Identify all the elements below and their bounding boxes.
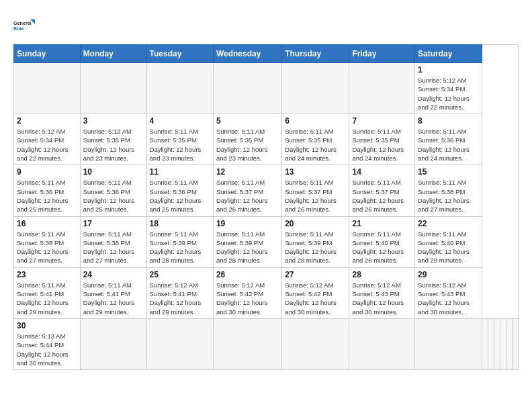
day-number: 23 bbox=[17, 270, 77, 279]
calendar-cell: 22Sunrise: 5:11 AM Sunset: 5:40 PM Dayli… bbox=[415, 216, 482, 267]
day-info: Sunrise: 5:11 AM Sunset: 5:35 PM Dayligh… bbox=[216, 127, 279, 163]
day-number: 21 bbox=[352, 219, 412, 228]
calendar-cell: 15Sunrise: 5:11 AM Sunset: 5:38 PM Dayli… bbox=[415, 165, 482, 216]
weekday-header-tuesday: Tuesday bbox=[146, 45, 213, 63]
calendar-cell bbox=[80, 318, 146, 369]
day-info: Sunrise: 5:11 AM Sunset: 5:39 PM Dayligh… bbox=[216, 230, 279, 265]
day-info: Sunrise: 5:12 AM Sunset: 5:35 PM Dayligh… bbox=[83, 127, 144, 163]
calendar-cell: 28Sunrise: 5:12 AM Sunset: 5:43 PM Dayli… bbox=[349, 267, 415, 318]
day-number: 16 bbox=[17, 219, 77, 228]
weekday-header-wednesday: Wednesday bbox=[213, 45, 281, 63]
day-number: 15 bbox=[418, 167, 479, 177]
svg-text:General: General bbox=[13, 20, 32, 26]
day-info: Sunrise: 5:11 AM Sunset: 5:40 PM Dayligh… bbox=[418, 230, 479, 265]
weekday-header-monday: Monday bbox=[80, 45, 146, 63]
day-number: 29 bbox=[418, 270, 479, 279]
calendar-cell: 30Sunrise: 5:13 AM Sunset: 5:44 PM Dayli… bbox=[14, 318, 81, 369]
day-info: Sunrise: 5:12 AM Sunset: 5:34 PM Dayligh… bbox=[418, 76, 479, 111]
day-info: Sunrise: 5:11 AM Sunset: 5:38 PM Dayligh… bbox=[17, 230, 77, 265]
calendar-cell-empty bbox=[500, 318, 506, 369]
day-number: 7 bbox=[352, 116, 412, 126]
weekday-header-row: SundayMondayTuesdayWednesdayThursdayFrid… bbox=[14, 45, 519, 63]
day-info: Sunrise: 5:11 AM Sunset: 5:37 PM Dayligh… bbox=[285, 178, 346, 214]
calendar-cell: 9Sunrise: 5:11 AM Sunset: 5:36 PM Daylig… bbox=[14, 165, 81, 216]
day-info: Sunrise: 5:12 AM Sunset: 5:42 PM Dayligh… bbox=[285, 281, 346, 316]
day-info: Sunrise: 5:11 AM Sunset: 5:37 PM Dayligh… bbox=[352, 178, 412, 214]
day-number: 12 bbox=[216, 167, 279, 177]
calendar-cell bbox=[213, 63, 281, 114]
day-number: 22 bbox=[418, 219, 479, 228]
weekday-header-saturday: Saturday bbox=[415, 45, 482, 63]
day-number: 10 bbox=[83, 167, 144, 177]
calendar-cell: 1Sunrise: 5:12 AM Sunset: 5:34 PM Daylig… bbox=[415, 63, 482, 114]
day-number: 30 bbox=[17, 321, 77, 330]
day-info: Sunrise: 5:11 AM Sunset: 5:40 PM Dayligh… bbox=[352, 230, 412, 265]
calendar-cell: 23Sunrise: 5:11 AM Sunset: 5:41 PM Dayli… bbox=[14, 267, 81, 318]
day-info: Sunrise: 5:11 AM Sunset: 5:39 PM Dayligh… bbox=[150, 230, 210, 265]
day-info: Sunrise: 5:13 AM Sunset: 5:44 PM Dayligh… bbox=[17, 332, 77, 367]
day-info: Sunrise: 5:11 AM Sunset: 5:36 PM Dayligh… bbox=[83, 178, 144, 214]
day-info: Sunrise: 5:11 AM Sunset: 5:41 PM Dayligh… bbox=[17, 281, 77, 316]
calendar-cell: 25Sunrise: 5:12 AM Sunset: 5:41 PM Dayli… bbox=[146, 267, 213, 318]
calendar-cell: 5Sunrise: 5:11 AM Sunset: 5:35 PM Daylig… bbox=[213, 114, 281, 165]
calendar-cell bbox=[282, 318, 349, 369]
calendar-cell: 18Sunrise: 5:11 AM Sunset: 5:39 PM Dayli… bbox=[146, 216, 213, 267]
calendar-cell: 17Sunrise: 5:11 AM Sunset: 5:38 PM Dayli… bbox=[80, 216, 146, 267]
calendar-cell: 8Sunrise: 5:11 AM Sunset: 5:36 PM Daylig… bbox=[415, 114, 482, 165]
day-number: 17 bbox=[83, 219, 144, 228]
day-number: 18 bbox=[150, 219, 210, 228]
calendar-cell bbox=[80, 63, 146, 114]
day-number: 20 bbox=[285, 219, 346, 228]
calendar-cell: 11Sunrise: 5:11 AM Sunset: 5:36 PM Dayli… bbox=[146, 165, 213, 216]
day-info: Sunrise: 5:12 AM Sunset: 5:43 PM Dayligh… bbox=[352, 281, 412, 316]
calendar-cell: 12Sunrise: 5:11 AM Sunset: 5:37 PM Dayli… bbox=[213, 165, 281, 216]
day-info: Sunrise: 5:11 AM Sunset: 5:38 PM Dayligh… bbox=[83, 230, 144, 265]
day-info: Sunrise: 5:12 AM Sunset: 5:42 PM Dayligh… bbox=[216, 281, 279, 316]
calendar-cell bbox=[146, 318, 213, 369]
day-number: 28 bbox=[352, 270, 412, 279]
calendar-cell: 14Sunrise: 5:11 AM Sunset: 5:37 PM Dayli… bbox=[349, 165, 415, 216]
day-number: 6 bbox=[285, 116, 346, 126]
calendar-row-0: 1Sunrise: 5:12 AM Sunset: 5:34 PM Daylig… bbox=[14, 63, 519, 114]
calendar-cell bbox=[14, 63, 81, 114]
weekday-header-sunday: Sunday bbox=[14, 45, 81, 63]
calendar-cell bbox=[415, 318, 482, 369]
calendar-cell-empty bbox=[512, 318, 518, 369]
calendar-cell: 10Sunrise: 5:11 AM Sunset: 5:36 PM Dayli… bbox=[80, 165, 146, 216]
calendar-cell-empty bbox=[506, 318, 512, 369]
calendar-cell: 20Sunrise: 5:11 AM Sunset: 5:39 PM Dayli… bbox=[282, 216, 349, 267]
day-info: Sunrise: 5:11 AM Sunset: 5:36 PM Dayligh… bbox=[418, 127, 479, 163]
weekday-header-friday: Friday bbox=[349, 45, 415, 63]
day-info: Sunrise: 5:12 AM Sunset: 5:34 PM Dayligh… bbox=[17, 127, 77, 163]
calendar-cell bbox=[349, 63, 415, 114]
calendar-cell: 16Sunrise: 5:11 AM Sunset: 5:38 PM Dayli… bbox=[14, 216, 81, 267]
calendar-cell: 7Sunrise: 5:11 AM Sunset: 5:35 PM Daylig… bbox=[349, 114, 415, 165]
day-info: Sunrise: 5:11 AM Sunset: 5:37 PM Dayligh… bbox=[216, 178, 279, 214]
day-number: 2 bbox=[17, 116, 77, 126]
day-info: Sunrise: 5:11 AM Sunset: 5:39 PM Dayligh… bbox=[285, 230, 346, 265]
svg-text:Blue: Blue bbox=[13, 26, 24, 32]
day-number: 25 bbox=[150, 270, 210, 279]
page-header: GeneralBlue bbox=[13, 13, 519, 38]
day-info: Sunrise: 5:11 AM Sunset: 5:38 PM Dayligh… bbox=[418, 178, 479, 214]
day-number: 14 bbox=[352, 167, 412, 177]
calendar-cell bbox=[146, 63, 213, 114]
calendar-cell: 24Sunrise: 5:11 AM Sunset: 5:41 PM Dayli… bbox=[80, 267, 146, 318]
calendar-cell: 21Sunrise: 5:11 AM Sunset: 5:40 PM Dayli… bbox=[349, 216, 415, 267]
day-info: Sunrise: 5:11 AM Sunset: 5:36 PM Dayligh… bbox=[150, 178, 210, 214]
calendar-cell: 19Sunrise: 5:11 AM Sunset: 5:39 PM Dayli… bbox=[213, 216, 281, 267]
calendar-row-5: 30Sunrise: 5:13 AM Sunset: 5:44 PM Dayli… bbox=[14, 318, 519, 369]
calendar-cell bbox=[282, 63, 349, 114]
day-number: 24 bbox=[83, 270, 144, 279]
calendar-cell bbox=[213, 318, 281, 369]
calendar-row-3: 16Sunrise: 5:11 AM Sunset: 5:38 PM Dayli… bbox=[14, 216, 519, 267]
calendar-row-4: 23Sunrise: 5:11 AM Sunset: 5:41 PM Dayli… bbox=[14, 267, 519, 318]
day-info: Sunrise: 5:11 AM Sunset: 5:35 PM Dayligh… bbox=[150, 127, 210, 163]
day-number: 9 bbox=[17, 167, 77, 177]
calendar-row-1: 2Sunrise: 5:12 AM Sunset: 5:34 PM Daylig… bbox=[14, 114, 519, 165]
day-info: Sunrise: 5:11 AM Sunset: 5:35 PM Dayligh… bbox=[285, 127, 346, 163]
day-info: Sunrise: 5:11 AM Sunset: 5:36 PM Dayligh… bbox=[17, 178, 77, 214]
day-number: 3 bbox=[83, 116, 144, 126]
day-info: Sunrise: 5:12 AM Sunset: 5:43 PM Dayligh… bbox=[418, 281, 479, 316]
day-number: 13 bbox=[285, 167, 346, 177]
